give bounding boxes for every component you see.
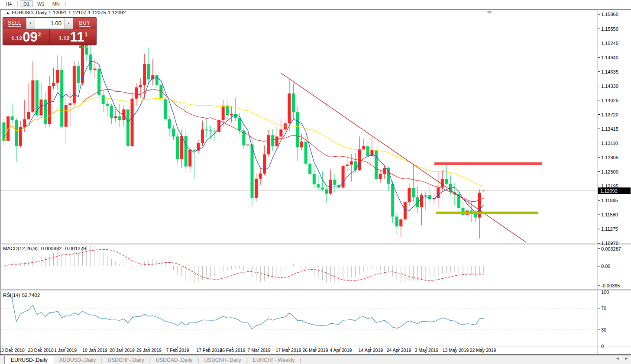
timeframe-button-h4[interactable]: H4 bbox=[2, 0, 15, 7]
tab-eurusd[interactable]: EURUSD-,Daily bbox=[4, 356, 54, 364]
candle-body bbox=[321, 187, 324, 189]
candle-body bbox=[155, 75, 159, 85]
chart-canvas[interactable]: 1.158601.155501.152451.149401.146351.143… bbox=[0, 9, 631, 355]
descending-trendline[interactable] bbox=[281, 73, 526, 242]
sell-price-display[interactable]: 1.12092 bbox=[3, 29, 50, 45]
scroll-to-end-icon[interactable] bbox=[487, 11, 492, 14]
macd-signal-value: -0.001279 bbox=[64, 246, 86, 251]
candle-body bbox=[126, 110, 129, 146]
sell-button[interactable]: SELL bbox=[3, 18, 26, 29]
one-click-trading-panel: SELL ▼ ▲ BUY 1.12092 1.12111 bbox=[3, 17, 97, 45]
rsi-value: 52.7402 bbox=[22, 293, 40, 298]
candle-body bbox=[131, 99, 134, 146]
candle-body bbox=[354, 161, 357, 171]
volume-input[interactable] bbox=[35, 18, 64, 29]
price-tick-label: 1.11275 bbox=[601, 226, 618, 232]
candle-body bbox=[168, 119, 171, 129]
candle-body bbox=[56, 70, 59, 83]
tab-usdcnh[interactable]: USDCNH-,Daily bbox=[199, 356, 246, 364]
candle-body bbox=[188, 150, 191, 167]
candle-body bbox=[370, 150, 373, 156]
candle-body bbox=[184, 136, 188, 166]
candlestick-series bbox=[3, 22, 485, 238]
candle-body bbox=[279, 129, 282, 136]
candle-body bbox=[172, 129, 175, 136]
ohlc-high: 1.12107 bbox=[68, 10, 87, 15]
buy-price-display[interactable]: 1.12111 bbox=[50, 29, 97, 45]
candle-body bbox=[222, 106, 225, 120]
volume-increase-icon[interactable]: ▲ bbox=[64, 18, 73, 29]
candle-body bbox=[151, 75, 154, 80]
candle-body bbox=[271, 135, 274, 146]
candle-body bbox=[209, 130, 212, 131]
candle-body bbox=[110, 106, 113, 118]
candle-body bbox=[118, 116, 121, 120]
macd-tick-label: 0.003287 bbox=[601, 246, 621, 251]
timeframe-toolbar: H4D1W1MN bbox=[0, 0, 631, 8]
date-tick-label: 10 Jan 2019 bbox=[82, 348, 107, 353]
candle-body bbox=[445, 179, 448, 184]
price-tick-label: 1.10970 bbox=[601, 241, 618, 246]
candle-body bbox=[52, 83, 55, 86]
date-tick-label: 24 Apr 2019 bbox=[387, 348, 411, 353]
ohlc-low: 1.12075 bbox=[88, 10, 106, 15]
date-tick-label: 14 Apr 2019 bbox=[359, 348, 383, 353]
tab-scroll-right-icon[interactable]: ► bbox=[625, 356, 628, 361]
date-tick-label: 26 Mar 2019 bbox=[303, 348, 328, 353]
candle-body bbox=[11, 116, 14, 120]
candle-body bbox=[31, 81, 34, 112]
price-tick-label: 1.13415 bbox=[601, 126, 618, 132]
macd-histogram bbox=[4, 246, 484, 283]
date-tick-label: 4 Apr 2019 bbox=[330, 348, 352, 353]
resistance-line[interactable] bbox=[434, 162, 542, 165]
price-tick-label: 1.12500 bbox=[601, 169, 618, 174]
candle-body bbox=[193, 150, 196, 151]
candle-body bbox=[114, 116, 117, 118]
candle-body bbox=[408, 188, 411, 202]
date-tick-label: 13 May 2019 bbox=[443, 348, 469, 353]
timeframe-button-mn[interactable]: MN bbox=[49, 0, 63, 7]
tab-scroll-left-icon[interactable]: ◄ bbox=[615, 356, 619, 361]
date-tick-label: 17 Mar 2019 bbox=[276, 348, 301, 353]
timeframe-button-w1[interactable]: W1 bbox=[34, 0, 48, 7]
collapse-triangle-icon[interactable]: ▲ bbox=[6, 11, 10, 15]
support-line[interactable] bbox=[436, 212, 538, 214]
rsi-tick-label: 70 bbox=[601, 306, 606, 311]
candle-body bbox=[387, 168, 390, 184]
candle-body bbox=[255, 179, 258, 198]
symbol-tab-bar: EURUSD-,DailyAUDUSD-,Daily|USDCHF-,Daily… bbox=[0, 355, 631, 364]
candle-body bbox=[106, 104, 109, 106]
symbol-label: EURUSD-,Daily bbox=[12, 10, 47, 15]
rsi-tick-label: 30 bbox=[601, 327, 606, 332]
candle-body bbox=[259, 174, 262, 179]
candle-body bbox=[139, 85, 142, 87]
candle-body bbox=[391, 184, 394, 217]
tab-usdchf[interactable]: USDCHF-,Daily bbox=[103, 356, 149, 364]
candle-body bbox=[48, 86, 51, 124]
candle-body bbox=[412, 188, 415, 197]
candle-body bbox=[358, 149, 361, 171]
price-tick-label: 1.14330 bbox=[601, 84, 618, 89]
candle-body bbox=[437, 187, 440, 198]
candle-body bbox=[342, 166, 345, 188]
candle-body bbox=[44, 100, 47, 124]
volume-decrease-icon[interactable]: ▼ bbox=[26, 18, 35, 29]
date-tick-label: 7 Mar 2019 bbox=[247, 348, 270, 353]
candle-body bbox=[288, 93, 291, 123]
candle-body bbox=[313, 174, 316, 184]
buy-button[interactable]: BUY bbox=[73, 18, 96, 29]
candle-body bbox=[238, 118, 241, 130]
candle-body bbox=[15, 120, 18, 146]
tab-usdcad[interactable]: USDCAD-,Daily bbox=[151, 356, 198, 364]
candle-body bbox=[39, 100, 42, 116]
candle-body bbox=[317, 184, 320, 188]
date-tick-label: 29 Jan 2019 bbox=[136, 348, 162, 353]
timeframe-button-d1[interactable]: D1 bbox=[20, 0, 33, 7]
tab-eurchf[interactable]: EURCHF-,Weekly bbox=[248, 356, 300, 364]
candle-body bbox=[375, 150, 378, 179]
candle-body bbox=[176, 136, 179, 159]
tab-audusd[interactable]: AUDUSD-,Daily bbox=[54, 356, 101, 364]
candle-body bbox=[143, 64, 146, 85]
rsi-tick-label: 0 bbox=[601, 344, 604, 349]
volume-spinner: ▼ ▲ bbox=[26, 18, 73, 29]
